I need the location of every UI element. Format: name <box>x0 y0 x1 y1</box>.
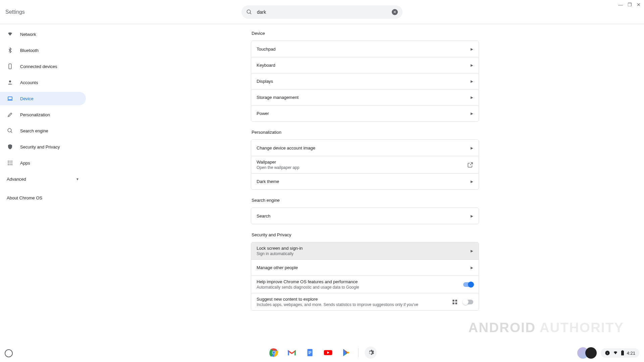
avatar <box>585 347 597 359</box>
row-account-image[interactable]: Change device account image▶ <box>251 140 479 156</box>
row-help-improve[interactable]: Help improve Chrome OS features and perf… <box>251 276 479 293</box>
shelf-app-youtube[interactable] <box>322 347 334 359</box>
sidebar: Network Bluetooth Connected devices Acco… <box>0 24 86 362</box>
chevron-right-icon: ▶ <box>471 96 473 99</box>
sidebar-item-bluetooth[interactable]: Bluetooth <box>0 44 86 57</box>
row-touchpad[interactable]: Touchpad▶ <box>251 41 479 57</box>
svg-point-3 <box>9 80 11 82</box>
shelf-app-chrome[interactable] <box>268 347 280 359</box>
shelf-app-settings[interactable] <box>365 347 377 359</box>
sidebar-item-label: Accounts <box>20 80 38 85</box>
row-search[interactable]: Search▶ <box>251 208 479 224</box>
chevron-right-icon: ▶ <box>471 79 473 83</box>
status-tray[interactable]: i 4:21 <box>601 348 639 358</box>
chevron-right-icon: ▶ <box>471 112 473 115</box>
row-power[interactable]: Power▶ <box>251 105 479 121</box>
search-icon <box>246 9 252 15</box>
row-lock-screen[interactable]: Lock screen and sign-in Sign in automati… <box>251 242 479 259</box>
external-link-icon <box>467 162 473 168</box>
svg-rect-33 <box>621 351 624 356</box>
svg-rect-18 <box>455 300 457 301</box>
account-switcher[interactable] <box>577 347 597 359</box>
sidebar-item-connected-devices[interactable]: Connected devices <box>0 60 86 73</box>
apps-icon <box>7 160 13 166</box>
sidebar-item-label: Security and Privacy <box>20 144 60 149</box>
chevron-right-icon: ▶ <box>471 266 473 269</box>
row-manage-people[interactable]: Manage other people▶ <box>251 259 479 276</box>
sidebar-advanced[interactable]: Advanced ▼ <box>0 172 86 186</box>
row-suggest-content[interactable]: Suggest new content to explore Includes … <box>251 293 479 310</box>
bluetooth-icon <box>7 47 13 53</box>
sidebar-item-accounts[interactable]: Accounts <box>0 76 86 89</box>
sidebar-about[interactable]: About Chrome OS <box>0 191 86 204</box>
shelf-app-docs[interactable] <box>304 347 316 359</box>
sidebar-item-label: Device <box>20 96 34 101</box>
sidebar-item-device[interactable]: Device <box>0 92 86 105</box>
sidebar-item-apps[interactable]: Apps <box>0 156 86 170</box>
clear-search-button[interactable]: ✕ <box>392 9 398 15</box>
sidebar-item-label: Network <box>20 32 36 37</box>
svg-point-13 <box>11 163 12 164</box>
chevron-right-icon: ▶ <box>471 180 473 183</box>
shelf-divider <box>358 348 359 357</box>
row-storage[interactable]: Storage management▶ <box>251 89 479 105</box>
shelf-app-playstore[interactable] <box>340 347 352 359</box>
svg-point-24 <box>272 351 275 354</box>
about-label: About Chrome OS <box>7 195 42 200</box>
chevron-right-icon: ▶ <box>471 146 473 150</box>
shield-icon <box>7 144 13 150</box>
sidebar-item-label: Personalization <box>20 112 50 117</box>
laptop-icon <box>7 96 13 102</box>
row-keyboard[interactable]: Keyboard▶ <box>251 57 479 73</box>
content-area: Device Touchpad▶ Keyboard▶ Displays▶ Sto… <box>86 24 644 362</box>
sidebar-item-label: Apps <box>20 161 30 166</box>
svg-rect-17 <box>452 300 454 301</box>
svg-point-16 <box>11 164 12 165</box>
chevron-right-icon: ▶ <box>471 63 473 67</box>
launcher-button[interactable] <box>5 349 13 357</box>
svg-point-12 <box>10 163 11 164</box>
sidebar-item-security[interactable]: Security and Privacy <box>0 140 86 154</box>
svg-rect-34 <box>622 350 623 351</box>
apps-icon <box>452 299 458 305</box>
watermark: ANDROID AUTHORITY <box>468 320 624 335</box>
svg-rect-28 <box>308 352 311 353</box>
search-icon <box>7 128 13 134</box>
section-title-security: Security and Privacy <box>252 232 479 237</box>
svg-rect-20 <box>455 302 457 304</box>
person-icon <box>7 79 13 85</box>
notification-icon: i <box>605 350 610 356</box>
battery-icon <box>621 350 624 356</box>
personalization-card: Change device account image▶ Wallpaper O… <box>251 139 479 190</box>
sidebar-item-network[interactable]: Network <box>0 27 86 41</box>
search-box[interactable]: ✕ <box>241 5 402 19</box>
svg-line-1 <box>250 13 251 14</box>
svg-point-15 <box>10 164 11 165</box>
row-wallpaper[interactable]: Wallpaper Open the wallpaper app <box>251 156 479 173</box>
toggle-help-improve[interactable] <box>463 282 473 287</box>
security-card: Lock screen and sign-in Sign in automati… <box>251 242 479 311</box>
row-dark-theme[interactable]: Dark theme▶ <box>251 173 479 189</box>
svg-rect-29 <box>308 353 310 354</box>
clock: 4:21 <box>627 351 635 356</box>
svg-point-10 <box>11 161 12 162</box>
sidebar-item-label: Connected devices <box>20 64 57 69</box>
row-displays[interactable]: Displays▶ <box>251 73 479 89</box>
svg-rect-27 <box>308 351 311 352</box>
search-engine-card: Search▶ <box>251 207 479 224</box>
sidebar-item-personalization[interactable]: Personalization <box>0 108 86 121</box>
svg-text:i: i <box>607 352 608 355</box>
svg-point-11 <box>8 163 9 164</box>
section-title-device: Device <box>252 31 479 36</box>
search-input[interactable] <box>257 9 392 15</box>
sidebar-item-search-engine[interactable]: Search engine <box>0 124 86 137</box>
shelf-app-gmail[interactable] <box>286 347 298 359</box>
svg-line-7 <box>11 131 12 133</box>
section-title-personalization: Personalization <box>252 130 479 135</box>
sidebar-item-label: Bluetooth <box>20 48 39 53</box>
topbar: Settings ✕ <box>0 0 644 24</box>
svg-rect-4 <box>8 97 12 100</box>
device-card: Touchpad▶ Keyboard▶ Displays▶ Storage ma… <box>251 41 479 122</box>
svg-point-6 <box>8 128 11 132</box>
toggle-suggest-content[interactable] <box>463 300 473 304</box>
